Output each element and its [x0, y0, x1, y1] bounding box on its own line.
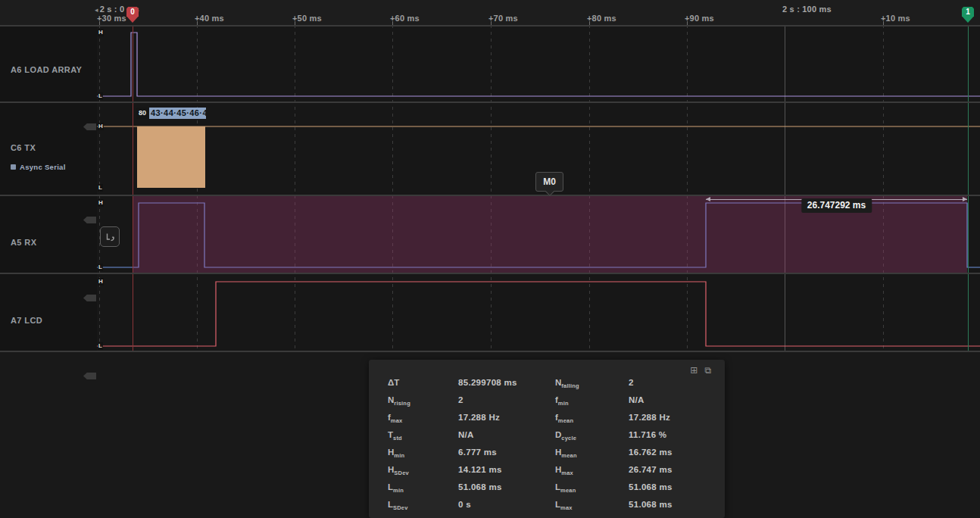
- timeline-ruler[interactable]: 0 1 +30 ms+40 ms+50 ms+60 ms+70 ms+80 ms…: [0, 0, 980, 25]
- measure-label: T: [388, 430, 393, 439]
- measure-value: 11.716 %: [629, 430, 725, 439]
- measure-value: 51.068 ms: [629, 482, 725, 491]
- timeline-absolute-label: 2 s : 100 ms: [782, 5, 832, 14]
- gridline: [197, 25, 198, 352]
- measurement-tool-button[interactable]: [100, 226, 120, 247]
- measure-value: 17.288 Hz: [629, 413, 725, 422]
- logic-analyzer-app: H L H L H L H L 26.747292 ms 80 43·44·45…: [0, 0, 980, 518]
- timeline-tick-label: +40 ms: [195, 14, 224, 23]
- measurement-row: ΔT 85.299708 ms Nfalling 2: [388, 378, 725, 395]
- gridline: [491, 25, 492, 352]
- gridline: [883, 25, 884, 352]
- gridline: [392, 25, 393, 352]
- timeline-tick-label: +10 ms: [881, 14, 910, 23]
- measure-label: L: [388, 500, 393, 509]
- analyzer-chip-async-serial[interactable]: Async Serial: [11, 163, 66, 171]
- serial-data-annotation: 80 43·44·45·46·4: [136, 107, 206, 120]
- gridline: [687, 25, 688, 352]
- measure-value: 26.747 ms: [629, 465, 725, 474]
- timing-marker-0-line: [133, 22, 133, 352]
- measure-label: L: [555, 500, 560, 509]
- level-label-low: L: [98, 184, 103, 192]
- measure-value: 2: [458, 395, 555, 404]
- timeline-tick-label: +30 ms: [97, 14, 126, 23]
- timeline-tick-label: +90 ms: [685, 14, 714, 23]
- pulse-undo-icon: [104, 231, 116, 243]
- row-resize-handle[interactable]: [83, 217, 96, 223]
- duration-label: 26.747292 ms: [801, 198, 872, 213]
- row-resize-handle[interactable]: [83, 123, 96, 130]
- timeline-tick-label: +50 ms: [292, 14, 322, 23]
- row-separator[interactable]: [0, 195, 980, 196]
- channel-label-a6[interactable]: A6 LOAD ARRAY: [11, 65, 82, 74]
- measurement-row: Lmin 51.068 ms Lmean 51.068 ms: [388, 482, 725, 500]
- level-label-high: H: [98, 29, 104, 36]
- measure-value: 14.121 ms: [458, 465, 555, 474]
- channel-label-c6[interactable]: C6 TX: [11, 143, 36, 152]
- level-label-high: H: [98, 123, 104, 130]
- measure-value: N/A: [458, 430, 555, 439]
- timeline-tick-label: +70 ms: [488, 14, 518, 23]
- gridline: [785, 21, 785, 352]
- measure-label: L: [388, 482, 393, 491]
- measurement-marker-m0[interactable]: M0: [535, 172, 563, 192]
- measure-value: 2: [629, 378, 725, 387]
- row-separator[interactable]: [0, 273, 980, 274]
- timeline-tick-label: +80 ms: [587, 14, 616, 23]
- analyzer-color-swatch-icon: [11, 164, 16, 170]
- analyzer-label: Async Serial: [20, 163, 66, 171]
- measure-value: 0 s: [458, 500, 555, 509]
- level-label-high: H: [98, 278, 104, 286]
- row-resize-handle[interactable]: [83, 295, 96, 301]
- measure-value: 51.068 ms: [458, 482, 555, 491]
- row-separator[interactable]: [0, 351, 980, 352]
- timing-marker-0[interactable]: 0: [126, 7, 139, 23]
- measure-label: ΔT: [388, 378, 399, 387]
- measure-value: 17.288 Hz: [458, 413, 555, 422]
- measurement-row: Nrising 2 fmin N/A: [388, 395, 725, 413]
- timing-marker-1[interactable]: 1: [962, 7, 974, 23]
- measure-value: 16.762 ms: [629, 448, 725, 457]
- measure-value: 6.777 ms: [458, 448, 555, 457]
- channel-label-a7[interactable]: A7 LCD: [11, 316, 42, 325]
- serial-byte-count-badge: 80: [136, 108, 148, 119]
- measurement-row: HSDev 14.121 ms Hmax 26.747 ms: [388, 465, 725, 482]
- export-icon[interactable]: ⊞: [690, 365, 698, 376]
- measure-label: L: [555, 482, 560, 491]
- timing-marker-1-line: [968, 22, 969, 352]
- measurement-row: fmax 17.288 Hz fmean 17.288 Hz: [388, 413, 725, 430]
- timeline-tick-label: +60 ms: [390, 14, 420, 23]
- level-label-high: H: [98, 199, 104, 207]
- copy-icon[interactable]: ⧉: [704, 365, 711, 376]
- measurement-row: Tstd N/A Dcycle 11.716 %: [388, 430, 725, 448]
- row-separator: [0, 25, 980, 27]
- origin-arrow-icon: ◂: [95, 6, 98, 14]
- measure-value: 85.299708 ms: [458, 378, 555, 387]
- row-separator[interactable]: [0, 101, 980, 103]
- gridline: [589, 25, 590, 352]
- measurement-row: LSDev 0 s Lmax 51.068 ms: [388, 500, 725, 517]
- gridline: [295, 25, 295, 352]
- serial-bytes-text: 43·44·45·46·4: [149, 108, 206, 119]
- channel-sidebar: A6 LOAD ARRAY C6 TX Async Serial A5 RX A…: [0, 25, 97, 352]
- measure-value: 51.068 ms: [629, 500, 725, 509]
- channel-label-a5[interactable]: A5 RX: [11, 238, 36, 247]
- level-label-low: L: [98, 342, 103, 350]
- level-label-low: L: [98, 92, 103, 100]
- measurement-panel: ⊞ ⧉ ΔT 85.299708 ms Nfalling 2 Nrising 2…: [369, 360, 725, 518]
- level-label-low: L: [98, 264, 103, 271]
- measurement-row: Hmin 6.777 ms Hmean 16.762 ms: [388, 448, 725, 465]
- measure-value: N/A: [629, 395, 725, 404]
